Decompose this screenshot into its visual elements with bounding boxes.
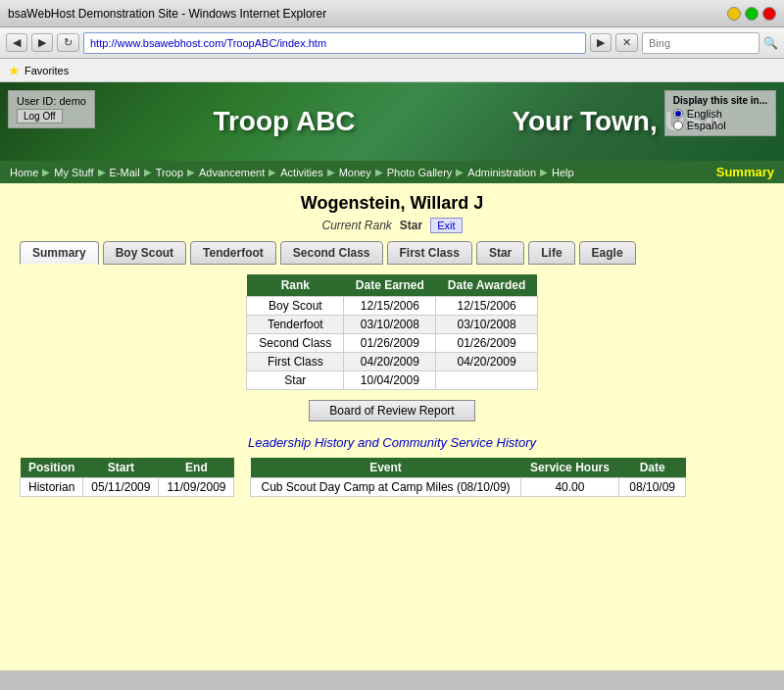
maximize-button[interactable] <box>745 7 759 21</box>
current-rank-row: Current Rank Star Exit <box>20 218 764 233</box>
community-header-event: Event <box>251 458 520 478</box>
date-awarded-cell: 01/26/2009 <box>436 334 537 353</box>
date-earned-cell: 01/26/2009 <box>344 334 436 353</box>
date-earned-cell: 12/15/2006 <box>344 297 436 316</box>
community-header-date: Date <box>619 458 686 478</box>
tab-eagle[interactable]: Eagle <box>579 241 636 265</box>
nav-home[interactable]: Home <box>10 167 38 178</box>
rank-cell: Tenderfoot <box>247 316 344 334</box>
lang-espanol-radio[interactable] <box>673 121 683 130</box>
nav-administration[interactable]: Administration <box>467 167 536 178</box>
community-header-hours: Service Hours <box>520 458 619 478</box>
current-rank-value: Star <box>400 219 422 232</box>
back-button[interactable]: ◀ <box>6 33 27 52</box>
lang-espanol-option[interactable]: Español <box>673 120 767 131</box>
lang-espanol-label: Español <box>687 120 726 131</box>
rank-cell: Second Class <box>247 334 344 353</box>
position-cell: Historian <box>21 478 83 497</box>
leadership-table: Position Start End Historian 05/11/2009 … <box>20 458 234 497</box>
bor-container: Board of Review Report <box>20 400 764 421</box>
table-row: Star 10/04/2009 <box>247 371 537 390</box>
nav-sep-5: ▶ <box>269 167 276 177</box>
nav-sep-1: ▶ <box>42 167 50 177</box>
browser-titlebar: bsaWebHost Demonstration Site - Windows … <box>0 0 784 27</box>
lang-english-radio[interactable] <box>673 109 683 119</box>
language-selector: Display this site in... English Español <box>664 90 776 136</box>
nav-sep-6: ▶ <box>327 167 335 177</box>
tab-tenderfoot[interactable]: Tenderfoot <box>190 241 276 265</box>
minimize-button[interactable] <box>727 7 741 21</box>
table-row: Second Class 01/26/2009 01/26/2009 <box>247 334 537 353</box>
browser-toolbar: ◀ ▶ ↻ ▶ ✕ 🔍 <box>0 27 784 59</box>
rank-cell: First Class <box>247 353 344 371</box>
rank-table-header-rank: Rank <box>247 274 344 297</box>
lang-english-option[interactable]: English <box>673 108 767 120</box>
rank-cell: Boy Scout <box>247 297 344 316</box>
rank-tabs: Summary Boy Scout Tenderfoot Second Clas… <box>20 241 764 265</box>
lang-english-label: English <box>687 108 722 120</box>
tab-secondclass[interactable]: Second Class <box>280 241 383 265</box>
leadership-header-position: Position <box>21 458 83 478</box>
user-box: User ID: demo Log Off <box>8 90 95 128</box>
address-bar[interactable] <box>83 32 586 54</box>
tab-firstclass[interactable]: First Class <box>387 241 472 265</box>
nav-sep-9: ▶ <box>540 167 548 177</box>
rank-table: Rank Date Earned Date Awarded Boy Scout … <box>246 274 537 390</box>
tab-boyscout[interactable]: Boy Scout <box>103 241 186 265</box>
date-earned-cell: 04/20/2009 <box>344 353 436 371</box>
date-awarded-cell: 12/15/2006 <box>436 297 537 316</box>
close-button[interactable] <box>762 7 776 21</box>
nav-summary-label: Summary <box>716 165 774 179</box>
stop-button[interactable]: ✕ <box>615 33 638 52</box>
nav-money[interactable]: Money <box>339 167 371 178</box>
table-row: Boy Scout 12/15/2006 12/15/2006 <box>247 297 537 316</box>
bor-button[interactable]: Board of Review Report <box>309 400 474 421</box>
tab-life[interactable]: Life <box>528 241 574 265</box>
logoff-button[interactable]: Log Off <box>17 109 63 123</box>
favorites-star-icon: ★ <box>8 63 21 78</box>
nav-sep-3: ▶ <box>144 167 152 177</box>
forward-button[interactable]: ▶ <box>31 33 53 52</box>
page: User ID: demo Log Off Troop ABC Your Tow… <box>0 82 784 670</box>
search-input[interactable] <box>642 32 760 54</box>
nav-sep-8: ▶ <box>456 167 464 177</box>
nav-advancement[interactable]: Advancement <box>199 167 265 178</box>
nav-sep-4: ▶ <box>187 167 195 177</box>
site-header: User ID: demo Log Off Troop ABC Your Tow… <box>0 82 784 161</box>
table-row: Tenderfoot 03/10/2008 03/10/2008 <box>247 316 537 334</box>
date-awarded-cell: 03/10/2008 <box>436 316 537 334</box>
history-section-title: Leadership History and Community Service… <box>20 435 764 450</box>
nav-activities[interactable]: Activities <box>280 167 322 178</box>
date-awarded-cell <box>436 371 537 390</box>
go-button[interactable]: ▶ <box>590 33 612 52</box>
history-tables: Position Start End Historian 05/11/2009 … <box>20 458 764 497</box>
nav-email[interactable]: E-Mail <box>110 167 140 178</box>
refresh-button[interactable]: ↻ <box>57 33 79 52</box>
favorites-bar: ★ Favorites <box>0 59 784 82</box>
tab-summary[interactable]: Summary <box>20 241 99 265</box>
nav-troop[interactable]: Troop <box>156 167 183 178</box>
table-row: First Class 04/20/2009 04/20/2009 <box>247 353 537 371</box>
exit-button[interactable]: Exit <box>430 218 462 233</box>
lang-display-title: Display this site in... <box>673 95 767 106</box>
tab-star[interactable]: Star <box>476 241 524 265</box>
leadership-header-end: End <box>159 458 234 478</box>
browser-controls <box>727 7 776 21</box>
rank-table-container: Rank Date Earned Date Awarded Boy Scout … <box>20 274 764 390</box>
favorites-label: Favorites <box>24 65 69 76</box>
rank-cell: Star <box>247 371 344 390</box>
leadership-header-start: Start <box>83 458 159 478</box>
date-earned-cell: 10/04/2009 <box>344 371 436 390</box>
nav-sep-2: ▶ <box>98 167 106 177</box>
date-awarded-cell: 04/20/2009 <box>436 353 537 371</box>
nav-mystuff[interactable]: My Stuff <box>54 167 93 178</box>
scout-name: Wogenstein, Willard J <box>20 193 764 214</box>
hours-cell: 40.00 <box>520 478 619 497</box>
nav-help[interactable]: Help <box>552 167 574 178</box>
nav-sep-7: ▶ <box>375 167 383 177</box>
date-cell: 08/10/09 <box>619 478 686 497</box>
rank-table-header-earned: Date Earned <box>344 274 436 297</box>
table-row: Cub Scout Day Camp at Camp Miles (08/10/… <box>251 478 686 497</box>
nav-photogallery[interactable]: Photo Gallery <box>387 167 453 178</box>
search-icon[interactable]: 🔍 <box>763 36 778 50</box>
